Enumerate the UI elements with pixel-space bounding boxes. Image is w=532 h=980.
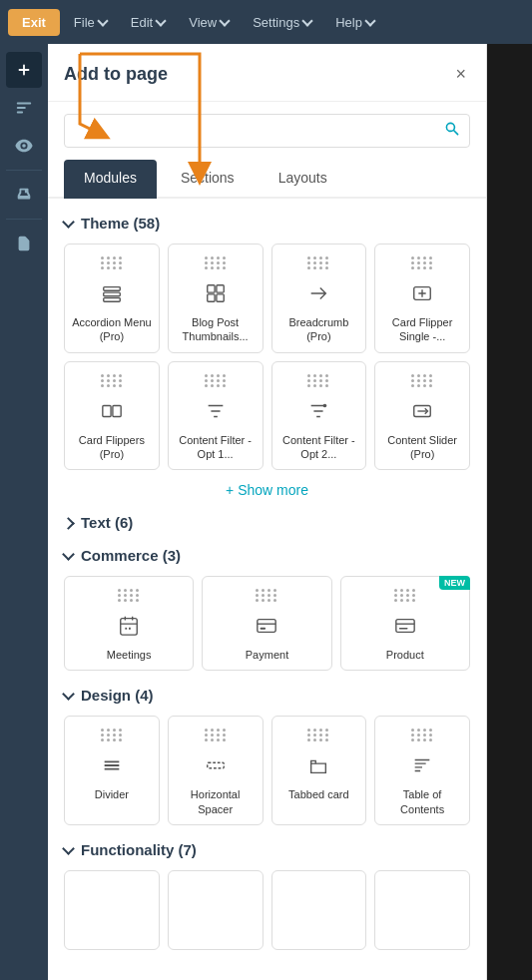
chevron-down-icon [156, 15, 167, 26]
show-more-button[interactable]: + Show more [64, 482, 470, 498]
tabbed-card-icon [302, 749, 334, 781]
accordion-icon [96, 277, 128, 309]
module-placeholder-4[interactable] [374, 870, 470, 950]
sidebar-icon-add[interactable] [6, 52, 42, 88]
section-functionality-title: Functionality (7) [81, 841, 197, 858]
svg-rect-15 [207, 763, 224, 769]
module-label: Product [386, 648, 424, 662]
chevron-down-icon [62, 689, 75, 702]
top-nav: Exit File Edit View Settings Help [0, 0, 532, 44]
chevron-down-icon [62, 216, 75, 229]
dots-pattern [411, 374, 433, 387]
module-label: Breadcrumb (Pro) [278, 315, 360, 344]
exit-button[interactable]: Exit [8, 9, 60, 36]
chevron-down-icon [97, 15, 108, 26]
svg-rect-1 [104, 292, 121, 296]
sidebar-icon-pages[interactable] [6, 226, 42, 261]
svg-rect-5 [207, 294, 214, 301]
module-label: Content Slider (Pro) [381, 433, 463, 462]
theme-module-grid: Accordion Menu (Pro) [64, 244, 470, 470]
sidebar [0, 44, 48, 980]
dots-pattern [307, 729, 329, 741]
section-theme-title: Theme (58) [81, 215, 160, 232]
tab-sections[interactable]: Sections [161, 160, 255, 199]
design-module-grid: Divider Ho [64, 716, 470, 825]
module-card-flippers[interactable]: Card Flippers (Pro) [64, 361, 160, 471]
chevron-down-icon [62, 842, 75, 855]
settings-menu[interactable]: Settings [243, 9, 321, 36]
dots-pattern [101, 374, 123, 387]
module-horizontal-spacer[interactable]: Horizontal Spacer [168, 716, 264, 825]
divider-icon [96, 749, 128, 781]
module-placeholder-1[interactable] [64, 870, 160, 950]
sidebar-icon-test[interactable] [6, 177, 42, 213]
svg-rect-8 [103, 405, 111, 416]
module-label: Content Filter - Opt 1... [175, 433, 257, 462]
main-layout: Add to page × Modules Sections Layouts T… [0, 44, 532, 980]
svg-rect-0 [104, 287, 121, 291]
dots-pattern [118, 589, 140, 602]
svg-rect-13 [258, 620, 275, 633]
dots-pattern [101, 256, 123, 269]
module-content-filter-opt1[interactable]: Content Filter - Opt 1... [168, 361, 264, 471]
dots-pattern [411, 256, 433, 269]
section-theme-header[interactable]: Theme (58) [64, 215, 470, 232]
module-accordion-menu[interactable]: Accordion Menu (Pro) [64, 244, 160, 353]
svg-rect-4 [217, 285, 224, 292]
module-breadcrumb[interactable]: Breadcrumb (Pro) [271, 244, 367, 353]
svg-rect-14 [396, 620, 414, 633]
section-functionality-header[interactable]: Functionality (7) [64, 841, 470, 858]
content-filter2-icon [302, 395, 334, 427]
dots-pattern [256, 589, 277, 602]
module-content-slider[interactable]: Content Slider (Pro) [374, 361, 470, 471]
module-blog-post-thumbnails[interactable]: Blog Post Thumbnails... [168, 244, 264, 353]
module-placeholder-3[interactable] [271, 870, 367, 950]
search-icon[interactable] [444, 121, 460, 141]
module-label: Content Filter - Opt 2... [278, 433, 360, 462]
section-theme: Theme (58) [64, 215, 470, 498]
content-filter1-icon [200, 395, 232, 427]
edit-menu[interactable]: Edit [121, 9, 175, 36]
svg-rect-9 [113, 405, 121, 416]
chevron-down-icon [219, 15, 230, 26]
canvas-area [487, 44, 532, 980]
svg-rect-6 [217, 294, 224, 301]
module-label: Table of Contents [381, 787, 463, 816]
module-content-filter-opt2[interactable]: Content Filter - Opt 2... [271, 361, 367, 471]
tab-layouts[interactable]: Layouts [259, 160, 347, 199]
tab-modules[interactable]: Modules [64, 160, 157, 199]
module-placeholder-2[interactable] [168, 870, 264, 950]
table-of-contents-icon [406, 749, 438, 781]
module-divider[interactable]: Divider [64, 716, 160, 825]
module-product[interactable]: NEW Produc [340, 576, 470, 671]
module-tabbed-card[interactable]: Tabbed card [271, 716, 367, 825]
module-label: Blog Post Thumbnails... [175, 315, 257, 344]
chevron-down-icon [301, 15, 312, 26]
close-button[interactable]: × [451, 60, 470, 89]
dots-pattern [205, 729, 227, 741]
sidebar-icon-preview[interactable] [6, 128, 42, 164]
view-menu[interactable]: View [179, 9, 239, 36]
section-text-header[interactable]: Text (6) [64, 514, 470, 531]
module-meetings[interactable]: Meetings [64, 576, 194, 671]
module-table-of-contents[interactable]: Table of Contents [374, 716, 470, 825]
section-design-header[interactable]: Design (4) [64, 687, 470, 704]
module-card-flipper-single[interactable]: Card Flipper Single -... [374, 244, 470, 353]
section-commerce-title: Commerce (3) [81, 547, 181, 564]
search-container [48, 102, 486, 160]
horizontal-spacer-icon [200, 749, 232, 781]
sidebar-icon-structure[interactable] [6, 90, 42, 126]
section-commerce-header[interactable]: Commerce (3) [64, 547, 470, 564]
svg-rect-12 [121, 619, 138, 636]
grid-icon [200, 277, 232, 309]
file-menu[interactable]: File [64, 9, 117, 36]
section-text: Text (6) [64, 514, 470, 531]
help-menu[interactable]: Help [325, 9, 384, 36]
module-payment[interactable]: Payment [202, 576, 331, 671]
search-input[interactable] [64, 114, 470, 148]
card-flippers-icon [96, 395, 128, 427]
card-flip-icon [406, 277, 438, 309]
svg-rect-3 [207, 285, 214, 292]
module-label: Horizontal Spacer [175, 787, 257, 816]
section-text-title: Text (6) [81, 514, 133, 531]
